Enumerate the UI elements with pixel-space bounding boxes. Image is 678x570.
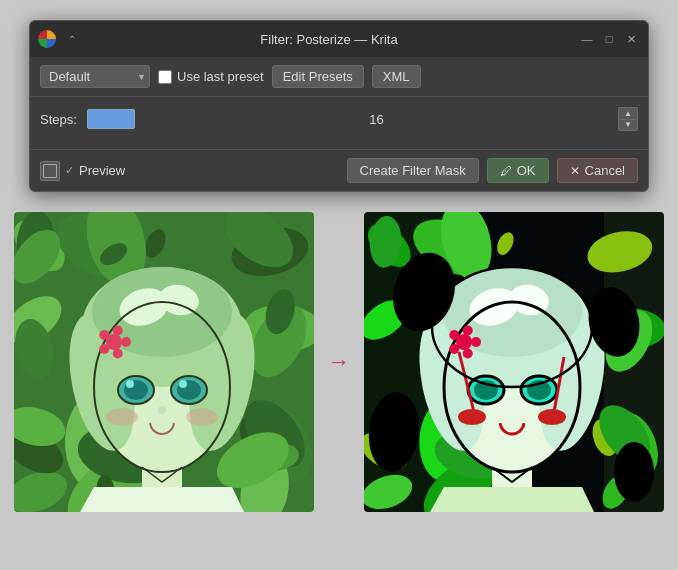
filtered-canvas — [364, 212, 664, 512]
close-button[interactable]: ✕ — [622, 30, 640, 48]
use-last-preset-group: Use last preset — [158, 69, 264, 84]
ok-button[interactable]: 🖊 OK — [487, 158, 549, 183]
dialog-window: ⌃ Filter: Posterize — Krita — □ ✕ Defaul… — [29, 20, 649, 192]
create-filter-mask-label: Create Filter Mask — [360, 163, 466, 178]
steps-row: Steps: 16 ▲ ▼ — [30, 97, 648, 141]
arrow-icon: → — [328, 349, 350, 375]
preview-icon-inner — [43, 164, 57, 178]
cancel-icon: ✕ — [570, 164, 580, 178]
preview-section: → — [0, 192, 678, 512]
preset-select[interactable]: Default — [40, 65, 150, 88]
filtered-image — [364, 212, 664, 512]
original-canvas — [14, 212, 314, 512]
preset-select-wrapper: Default ▼ — [40, 65, 150, 88]
minimize-button[interactable]: — — [578, 30, 596, 48]
steps-value-container: 16 — [145, 112, 608, 127]
collapse-button[interactable]: ⌃ — [64, 31, 80, 47]
preview-icon — [40, 161, 60, 181]
preview-label: Preview — [79, 163, 125, 178]
preview-checkmark: ✓ — [65, 164, 74, 177]
cancel-button[interactable]: ✕ Cancel — [557, 158, 638, 183]
create-filter-mask-button[interactable]: Create Filter Mask — [347, 158, 479, 183]
steps-color-swatch[interactable] — [87, 109, 135, 129]
steps-decrement-button[interactable]: ▼ — [618, 119, 638, 131]
use-last-preset-label: Use last preset — [177, 69, 264, 84]
ok-label: OK — [517, 163, 536, 178]
preview-container: ✓ Preview — [40, 161, 125, 181]
window-title: Filter: Posterize — Krita — [80, 32, 578, 47]
bottom-row: ✓ Preview Create Filter Mask 🖊 OK ✕ Canc… — [30, 149, 648, 191]
arrow-divider: → — [314, 349, 364, 375]
spacer — [30, 141, 648, 149]
krita-logo-icon — [38, 30, 56, 48]
steps-label: Steps: — [40, 112, 77, 127]
cancel-label: Cancel — [585, 163, 625, 178]
steps-increment-button[interactable]: ▲ — [618, 107, 638, 119]
toolbar-row: Default ▼ Use last preset Edit Presets X… — [30, 57, 648, 97]
original-image — [14, 212, 314, 512]
dialog-container: ⌃ Filter: Posterize — Krita — □ ✕ Defaul… — [0, 0, 678, 570]
xml-button[interactable]: XML — [372, 65, 421, 88]
steps-spinner: ▲ ▼ — [618, 107, 638, 131]
title-bar: ⌃ Filter: Posterize — Krita — □ ✕ — [30, 21, 648, 57]
use-last-preset-checkbox[interactable] — [158, 70, 172, 84]
steps-value: 16 — [369, 112, 383, 127]
ok-icon: 🖊 — [500, 164, 512, 178]
maximize-button[interactable]: □ — [600, 30, 618, 48]
window-controls: — □ ✕ — [578, 30, 640, 48]
edit-presets-button[interactable]: Edit Presets — [272, 65, 364, 88]
title-bar-left: ⌃ — [38, 30, 80, 48]
